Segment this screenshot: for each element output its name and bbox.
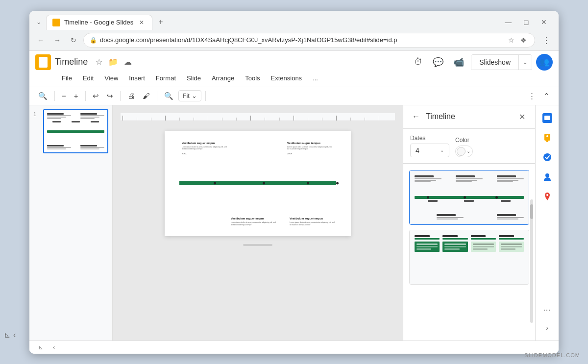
fit-btn[interactable]: Fit ⌄ (178, 90, 201, 101)
zoom-magnify-btn[interactable]: 🔍 (161, 89, 176, 103)
menu-arrange[interactable]: Arrange (207, 73, 239, 84)
color-select[interactable]: ⌄ (455, 146, 473, 157)
svg-point-3 (543, 153, 551, 161)
panel-back-btn[interactable]: ← (410, 111, 422, 122)
history-btn[interactable]: ⏱ (411, 54, 426, 70)
add-people-btn[interactable]: 👥 (536, 54, 553, 71)
star-icon-btn[interactable]: ☆ (94, 55, 104, 69)
slide-thumb-1-container: 1 (33, 109, 108, 153)
forward-btn[interactable]: → (51, 34, 64, 46)
template-card-1[interactable] (409, 170, 529, 225)
search-btn[interactable]: 🔍 (35, 89, 50, 103)
slideshow-btn-group: Slideshow ⌄ (471, 54, 532, 70)
window-controls: ― ◻ ✕ (501, 16, 555, 28)
menu-more[interactable]: ... (308, 73, 323, 84)
tab-close-btn[interactable]: ✕ (137, 18, 146, 27)
menu-extensions[interactable]: Extensions (266, 73, 307, 84)
template-preview-2 (410, 230, 529, 284)
sidebar-maps-btn[interactable] (539, 188, 556, 205)
back-btn[interactable]: ← (34, 34, 47, 46)
tasks-icon (542, 152, 552, 162)
slide-canvas[interactable]: Vestibulum augue tempus Lorem ipsum dolo… (165, 131, 351, 236)
cloud-icon-btn[interactable]: ☁ (122, 55, 134, 69)
panel-title: Timeline (426, 112, 455, 121)
fit-dropdown-arrow: ⌄ (192, 92, 197, 99)
menu-file[interactable]: File (57, 73, 77, 84)
slideshow-dropdown-btn[interactable]: ⌄ (519, 55, 532, 69)
folder-icon-btn[interactable]: 📁 (106, 55, 120, 69)
ruler-horizontal (121, 113, 395, 121)
panel-scrollbar[interactable] (530, 199, 533, 323)
browser-menu-btn[interactable]: ⋮ (539, 33, 554, 48)
browser-window: ⌄ Timeline - Google Slides ✕ + ― ◻ ✕ ← →… (29, 11, 559, 354)
menu-format[interactable]: Format (151, 73, 181, 84)
svg-point-4 (545, 173, 549, 177)
tab-dropdown-btn[interactable]: ⌄ (33, 17, 44, 27)
slideshow-main-btn[interactable]: Slideshow (471, 55, 519, 70)
timeline-panel: ← Timeline ✕ Dates 4 ⌄ Color (403, 105, 535, 340)
address-bar[interactable]: 🔒 docs.google.com/presentation/d/1DX4SaA… (83, 33, 535, 48)
menu-tools[interactable]: Tools (240, 73, 265, 84)
color-dropdown-arrow: ⌄ (466, 148, 471, 154)
minimize-btn[interactable]: ― (501, 16, 515, 28)
tab-title: Timeline - Google Slides (64, 19, 133, 26)
tab-bar: ⌄ Timeline - Google Slides ✕ + ― ◻ ✕ (29, 11, 559, 30)
tab-favicon (52, 19, 60, 26)
sidebar-tasks-btn[interactable] (539, 148, 556, 166)
tl-top-item-1: Vestibulum augue tempus Lorem ipsum dolo… (182, 142, 228, 155)
close-btn[interactable]: ✕ (537, 16, 551, 28)
lock-icon: 🔒 (90, 37, 97, 44)
toolbar-sep-3 (120, 91, 121, 101)
toolbar-sep-2 (85, 91, 86, 101)
menu-insert[interactable]: Insert (124, 73, 150, 84)
bookmark-btn[interactable]: ☆ (506, 35, 516, 45)
sidebar-slides-btn[interactable] (539, 109, 556, 127)
paint-format-btn[interactable]: 🖌 (140, 89, 153, 102)
toolbar-sep-4 (157, 91, 157, 101)
video-btn[interactable]: 📹 (450, 54, 467, 71)
address-bar-icons: ☆ ❖ (506, 35, 529, 45)
maximize-btn[interactable]: ◻ (519, 16, 533, 28)
new-tab-btn[interactable]: + (154, 16, 167, 28)
comments-btn[interactable]: 💬 (430, 54, 446, 71)
browser-chrome: ⌄ Timeline - Google Slides ✕ + ― ◻ ✕ ← →… (29, 11, 559, 51)
sidebar-contacts-btn[interactable] (539, 168, 556, 186)
redo-btn[interactable]: ↪ (104, 89, 116, 103)
collapse-btn[interactable]: ⌃ (540, 89, 553, 103)
extension-btn[interactable]: ❖ (518, 35, 529, 45)
sidebar-keep-btn[interactable] (539, 129, 556, 146)
sidebar-expand-btn[interactable]: › (539, 319, 556, 337)
dates-label: Dates (410, 135, 449, 142)
reload-btn[interactable]: ↻ (68, 34, 79, 46)
print-btn[interactable]: 🖨 (124, 89, 138, 102)
sidebar-more-btn[interactable]: … (539, 299, 556, 317)
dates-dropdown-arrow: ⌄ (440, 147, 444, 153)
undo-btn[interactable]: ↩ (90, 89, 102, 103)
horizontal-scrollbar[interactable] (243, 244, 272, 246)
canvas-area: Vestibulum augue tempus Lorem ipsum dolo… (113, 105, 403, 340)
menu-slide[interactable]: Slide (182, 73, 206, 84)
template-card-2[interactable] (409, 230, 529, 285)
grid-btn[interactable]: ⊾ (35, 343, 46, 352)
toolbar-sep-1 (54, 91, 55, 101)
active-tab[interactable]: Timeline - Google Slides ✕ (46, 15, 152, 30)
keep-icon (542, 133, 552, 143)
more-dots-icon: … (543, 304, 551, 313)
dates-select[interactable]: 4 ⌄ (410, 144, 449, 157)
options-btn[interactable]: ⋮ (525, 89, 539, 103)
prev-slide-btn[interactable]: ‹ (50, 343, 58, 352)
bottom-bar: ⊾ ‹ (29, 340, 559, 354)
timeline-dot-3 (307, 182, 309, 185)
right-icon-sidebar: … › (535, 105, 559, 340)
panel-close-btn[interactable]: ✕ (516, 111, 528, 122)
url-text: docs.google.com/presentation/d/1DX4SaAHc… (100, 36, 397, 44)
menu-edit[interactable]: Edit (78, 73, 98, 84)
menu-view[interactable]: View (99, 73, 123, 84)
zoom-out-btn[interactable]: − (59, 89, 69, 102)
color-label: Color (455, 137, 473, 144)
fit-label: Fit (183, 92, 190, 99)
zoom-in-btn[interactable]: + (71, 89, 81, 102)
color-control-group: Color ⌄ (455, 137, 473, 157)
tl-bottom-item-1: Vestibulum augue tempus Lorem ipsum dolo… (231, 217, 277, 226)
slide-thumbnail-1[interactable] (43, 109, 108, 153)
